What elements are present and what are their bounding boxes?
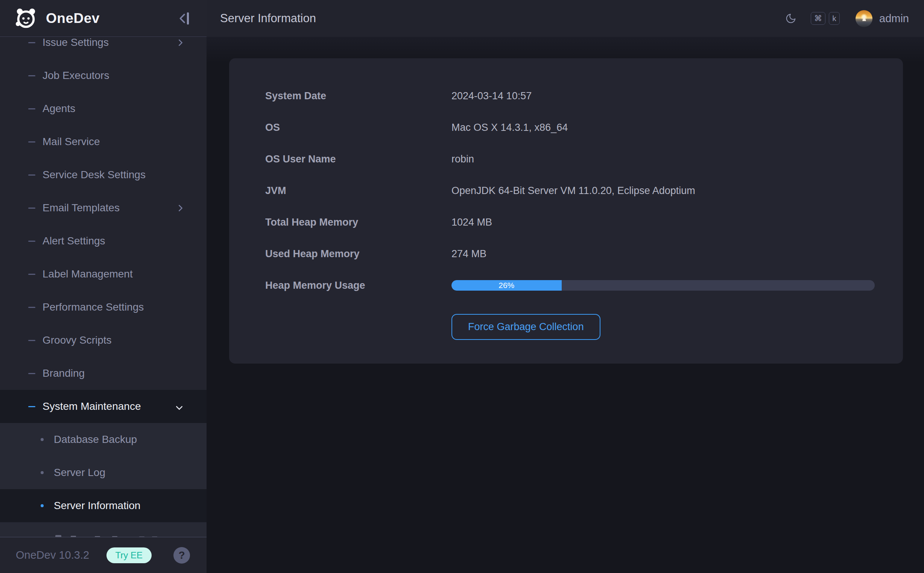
dash-icon	[28, 340, 35, 341]
info-row-heap-memory-usage: Heap Memory Usage 26%	[265, 269, 875, 301]
dash-icon	[28, 108, 35, 110]
sidebar-header: OneDev	[0, 0, 207, 37]
try-ee-badge[interactable]: Try EE	[107, 548, 152, 563]
chevron-right-icon	[176, 205, 182, 211]
username[interactable]: admin	[879, 13, 909, 25]
dash-icon	[28, 42, 35, 43]
sidebar-item-branding[interactable]: Branding	[0, 357, 207, 390]
info-row-os-user-name: OS User Name robin	[265, 143, 875, 175]
page-content: System Date 2024-03-14 10:57 OS Mac OS X…	[207, 37, 924, 573]
sidebar-item-database-backup[interactable]: Database Backup	[0, 423, 207, 456]
sidebar-menu: Issue Settings Job Executors Agents Mail…	[0, 37, 207, 537]
chevron-down-icon	[176, 403, 182, 410]
server-info-card: System Date 2024-03-14 10:57 OS Mac OS X…	[229, 58, 903, 363]
app-root: OneDev Issue Settings Job Executors	[0, 0, 924, 573]
info-row-system-date: System Date 2024-03-14 10:57	[265, 80, 875, 112]
dash-icon	[28, 75, 35, 76]
heap-usage-progress-fill: 26%	[452, 280, 562, 291]
sidebar-item-label-management[interactable]: Label Management	[0, 258, 207, 291]
dash-icon	[28, 241, 35, 242]
dash-icon	[28, 373, 35, 374]
heap-usage-progressbar: 26%	[452, 280, 875, 291]
gc-button-row: Force Garbage Collection	[265, 314, 875, 340]
bullet-icon	[41, 504, 44, 507]
info-row-used-heap-memory: Used Heap Memory 274 MB	[265, 238, 875, 269]
sidebar-item-agents[interactable]: Agents	[0, 92, 207, 125]
search-shortcut-keys[interactable]: ⌘ k	[811, 12, 840, 25]
main-area: Server Information ⌘ k admin System Date	[207, 0, 924, 573]
brand-name: OneDev	[46, 11, 100, 26]
cmd-key-icon: ⌘	[811, 12, 825, 25]
sidebar-item-performance-settings[interactable]: Performance Settings	[0, 291, 207, 324]
dash-icon	[28, 141, 35, 142]
top-bar-actions: ⌘ k admin	[785, 10, 909, 27]
heap-usage-percent-label: 26%	[499, 281, 514, 290]
collapse-sidebar-icon[interactable]	[177, 11, 192, 26]
avatar[interactable]	[855, 10, 872, 27]
info-row-jvm: JVM OpenJDK 64-Bit Server VM 11.0.20, Ec…	[265, 175, 875, 207]
force-garbage-collection-button[interactable]: Force Garbage Collection	[452, 314, 601, 340]
bullet-icon	[41, 471, 44, 474]
dash-icon	[28, 307, 35, 308]
page-title: Server Information	[220, 12, 316, 25]
sidebar-item-job-executors[interactable]: Job Executors	[0, 59, 207, 92]
dark-mode-toggle-moon-icon[interactable]	[785, 13, 797, 24]
bullet-icon	[41, 438, 44, 441]
sidebar-item-system-maintenance[interactable]: System Maintenance	[0, 390, 207, 423]
sidebar-item-groovy-scripts[interactable]: Groovy Scripts	[0, 324, 207, 357]
onedev-logo-icon	[14, 7, 38, 30]
sidebar-item-server-log[interactable]: Server Log	[0, 456, 207, 489]
sidebar-item-mail-service[interactable]: Mail Service	[0, 125, 207, 158]
sidebar-item-alert-settings[interactable]: Alert Settings	[0, 224, 207, 258]
dash-icon	[28, 274, 35, 275]
sidebar-item-service-desk-settings[interactable]: Service Desk Settings	[0, 158, 207, 191]
sidebar-footer: OneDev 10.3.2 Try EE ?	[0, 537, 207, 573]
chevron-right-icon	[176, 39, 182, 46]
k-key-icon: k	[829, 12, 840, 25]
info-row-os: OS Mac OS X 14.3.1, x86_64	[265, 112, 875, 143]
sidebar-item-server-information[interactable]: Server Information	[0, 489, 207, 522]
top-bar: Server Information ⌘ k admin	[207, 0, 924, 37]
app-version: OneDev 10.3.2	[16, 549, 89, 561]
sidebar-item-issue-settings[interactable]: Issue Settings	[0, 37, 207, 59]
clipped-menu-item[interactable]	[0, 522, 207, 537]
info-row-total-heap-memory: Total Heap Memory 1024 MB	[265, 207, 875, 238]
sidebar: OneDev Issue Settings Job Executors	[0, 0, 207, 573]
system-maintenance-submenu: Database Backup Server Log	[0, 423, 207, 489]
dash-icon	[28, 174, 35, 175]
sidebar-item-email-templates[interactable]: Email Templates	[0, 191, 207, 224]
dash-icon	[28, 208, 35, 209]
dash-icon	[28, 406, 35, 407]
help-icon[interactable]: ?	[173, 547, 190, 564]
